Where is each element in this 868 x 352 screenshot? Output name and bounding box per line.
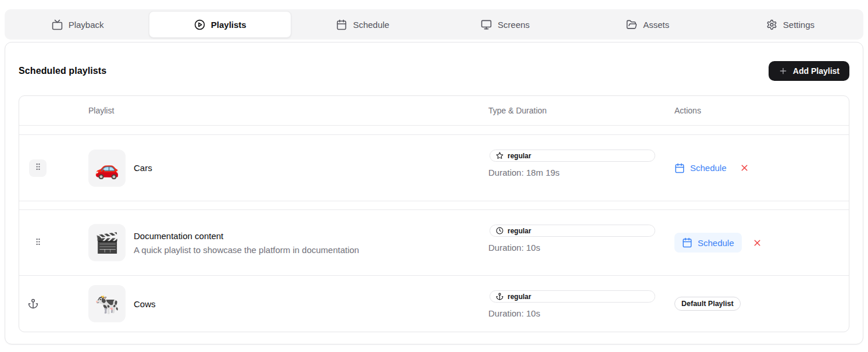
- page: Playback Playlists Schedule Screens Asse…: [0, 0, 868, 352]
- plus-icon: [778, 66, 788, 76]
- playlist-thumbnail: 🚗: [88, 150, 126, 187]
- add-playlist-label: Add Playlist: [793, 66, 840, 76]
- tab-label: Playback: [69, 20, 104, 30]
- scheduled-playlists-panel: Scheduled playlists Add Playlist Playlis…: [5, 42, 863, 344]
- schedule-label: Schedule: [690, 163, 727, 173]
- default-playlist-badge: Default Playlist: [674, 297, 741, 311]
- add-playlist-button[interactable]: Add Playlist: [769, 61, 849, 81]
- type-badge: regular: [490, 150, 655, 162]
- circle-play-icon: [194, 19, 205, 30]
- remove-button[interactable]: [740, 163, 749, 173]
- tab-label: Schedule: [353, 20, 390, 30]
- tab-playlists[interactable]: Playlists: [149, 11, 291, 38]
- column-header-actions: Actions: [674, 106, 849, 115]
- remove-button[interactable]: [752, 238, 762, 248]
- star-icon: [496, 152, 503, 159]
- playlist-title: Cars: [134, 163, 152, 173]
- tab-label: Screens: [498, 20, 530, 30]
- calendar-icon: [336, 19, 347, 30]
- tab-label: Playlists: [211, 20, 247, 30]
- table-row: 🐄 Cows regular Duration: 10s Defau: [19, 275, 849, 332]
- car-emoji: 🚗: [95, 158, 119, 178]
- schedule-label: Schedule: [698, 238, 734, 248]
- playlist-title: Documentation content: [134, 231, 359, 241]
- tv-icon: [52, 19, 63, 30]
- column-header-type-duration: Type & Duration: [488, 106, 674, 115]
- x-icon: [752, 238, 762, 248]
- gear-icon: [766, 19, 777, 30]
- tab-screens[interactable]: Screens: [434, 11, 577, 38]
- cow-emoji: 🐄: [95, 294, 119, 314]
- anchor-icon: [28, 298, 38, 309]
- tab-label: Settings: [783, 20, 815, 30]
- clapper-emoji: 🎬: [95, 233, 119, 253]
- type-badge: regular: [490, 290, 655, 303]
- tab-playback[interactable]: Playback: [6, 11, 149, 38]
- main-tabbar: Playback Playlists Schedule Screens Asse…: [5, 9, 863, 40]
- playlist-thumbnail: 🎬: [88, 224, 126, 261]
- schedule-button[interactable]: Schedule: [674, 233, 742, 253]
- page-title: Scheduled playlists: [19, 66, 106, 76]
- grip-vertical-icon: [34, 162, 42, 173]
- schedule-button[interactable]: Schedule: [674, 163, 727, 173]
- table-row: 🚗 Cars regular Duration: 18m 19s: [19, 134, 849, 201]
- table-header-row: Playlist Type & Duration Actions: [19, 96, 849, 125]
- duration-text: Duration: 10s: [488, 243, 674, 253]
- panel-header: Scheduled playlists Add Playlist: [19, 61, 849, 81]
- playlist-subtitle: A quick playlist to showcase the platfor…: [134, 245, 359, 255]
- monitor-icon: [481, 19, 492, 30]
- table-row: 🎬 Documentation content A quick playlist…: [19, 209, 849, 275]
- playlist-thumbnail: 🐄: [88, 285, 126, 322]
- grip-vertical-icon: [34, 237, 42, 248]
- tab-settings[interactable]: Settings: [719, 11, 862, 38]
- tab-schedule[interactable]: Schedule: [291, 11, 434, 38]
- type-badge-label: regular: [508, 227, 531, 235]
- pinned-handle: [24, 295, 42, 312]
- x-icon: [740, 163, 749, 173]
- drag-handle[interactable]: [29, 234, 47, 251]
- type-badge-label: regular: [508, 293, 531, 301]
- tab-assets[interactable]: Assets: [577, 11, 719, 38]
- folder-open-icon: [626, 19, 637, 30]
- drop-spacer-row: [19, 201, 849, 209]
- duration-text: Duration: 10s: [488, 308, 674, 318]
- tab-label: Assets: [643, 20, 669, 30]
- calendar-icon: [682, 237, 692, 248]
- type-badge: regular: [490, 225, 655, 237]
- type-badge-label: regular: [508, 152, 531, 160]
- playlist-title: Cows: [134, 299, 156, 309]
- anchor-icon: [496, 293, 503, 300]
- calendar-icon: [674, 163, 685, 173]
- column-header-playlist: Playlist: [88, 106, 488, 115]
- drop-spacer-row: [19, 125, 849, 134]
- clock-icon: [496, 227, 503, 234]
- drag-handle[interactable]: [29, 159, 47, 177]
- playlists-table: Playlist Type & Duration Actions 🚗: [19, 95, 849, 332]
- duration-text: Duration: 18m 19s: [488, 168, 674, 177]
